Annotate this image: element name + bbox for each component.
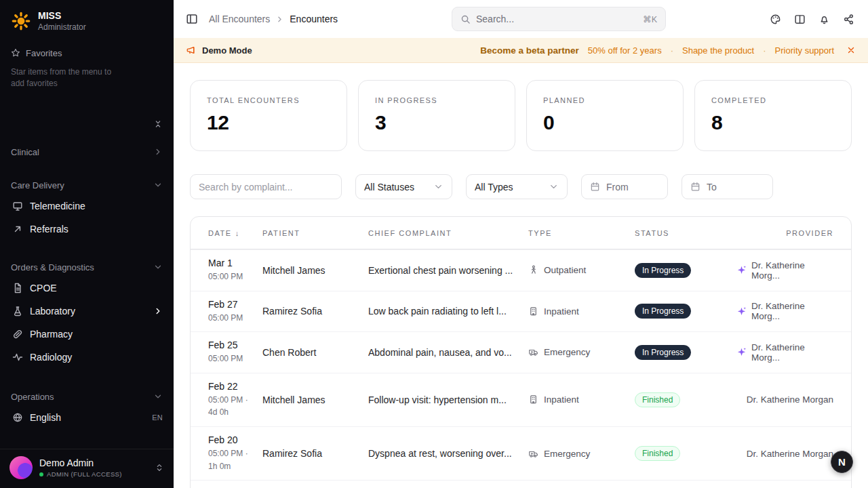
perk-separator: · [763, 45, 766, 56]
breadcrumb-link[interactable]: All Encounters [209, 14, 270, 24]
perk-separator: · [671, 45, 673, 56]
search-shortcut: ⌘K [643, 14, 657, 24]
status-badge: In Progress [635, 263, 691, 278]
sidebar-item-label: CPOE [30, 283, 57, 293]
flask-icon [12, 306, 23, 317]
calendar-icon [590, 182, 600, 192]
provider-cell: Dr. Katherine Morgan [747, 394, 833, 405]
megaphone-icon [186, 45, 196, 56]
status-badge: In Progress [635, 345, 691, 360]
stat-card-in-progress: IN PROGRESS 3 [358, 80, 515, 151]
provider-name: Dr. Katherine Morg... [751, 301, 833, 321]
app-identity: MISS Administrator [38, 10, 86, 32]
table-row[interactable]: Feb 22 05:00 PM · 4d 0h Mitchell James F… [191, 373, 851, 426]
close-icon [846, 45, 856, 55]
chevron-down-icon [549, 182, 559, 192]
sidebar-item-radiology[interactable]: Radiology [0, 346, 174, 369]
status-badge: In Progress [635, 304, 691, 319]
chevron-down-icon [153, 180, 163, 190]
status-filter-select[interactable]: All Statuses [355, 174, 452, 199]
table-row[interactable]: Feb 20 05:00 PM · 1h 0m Ramirez Sofia Dy… [191, 426, 851, 480]
globe-icon [12, 412, 23, 423]
column-header-complaint[interactable]: CHIEF COMPLAINT [368, 229, 528, 237]
notifications-button[interactable] [818, 14, 830, 25]
encounters-table: DATE↓ PATIENT CHIEF COMPLAINT TYPE STATU… [190, 216, 852, 488]
date-to-picker[interactable]: To [682, 174, 773, 199]
column-header-type[interactable]: TYPE [528, 229, 635, 237]
sidebar-group-orders-diagnostics[interactable]: Orders & Diagnostics [0, 258, 174, 277]
sidebar-group-clinical[interactable]: Clinical [0, 143, 174, 161]
stat-card-completed: COMPLETED 8 [694, 80, 852, 151]
status-filter-value: All Statuses [364, 182, 414, 192]
sidebar-item-pharmacy[interactable]: Pharmacy [0, 323, 174, 346]
sidebar-group-care-delivery[interactable]: Care Delivery [0, 176, 174, 195]
banner-perk: Priority support [775, 45, 834, 56]
encounter-type: Inpatient [528, 394, 635, 405]
sidebar-item-telemedicine[interactable]: Telemedicine [0, 195, 174, 218]
encounter-date: Feb 20 05:00 PM · 1h 0m [208, 434, 262, 472]
status-cell: In Progress [635, 304, 736, 319]
online-status-dot [39, 472, 43, 476]
pill-icon [12, 329, 23, 340]
table-row[interactable]: Feb 25 05:00 PM Chen Robert Abdominal pa… [191, 331, 851, 373]
global-search[interactable]: ⌘K [452, 7, 666, 31]
patient-name: Chen Robert [262, 347, 368, 358]
stat-label: COMPLETED [711, 96, 835, 104]
sidebar: MISS Administrator Favorites Star items … [0, 0, 174, 488]
table-row[interactable]: Feb 27 05:00 PM Ramirez Sofia Low back p… [191, 291, 851, 332]
search-input[interactable] [476, 14, 637, 24]
encounter-type: Emergency [528, 449, 635, 459]
user-name: Demo Admin [39, 458, 122, 468]
date-to-label: To [707, 182, 717, 192]
chief-complaint: Exertional chest pain worsening ... [368, 265, 528, 276]
share-button[interactable] [843, 14, 854, 25]
banner-title: Demo Mode [202, 45, 252, 56]
sidebar-item-language[interactable]: English EN [0, 406, 174, 429]
column-header-date[interactable]: DATE↓ [208, 229, 262, 237]
stats-cards: TOTAL ENCOUNTERS 12 IN PROGRESS 3 PLANNE… [190, 80, 852, 151]
status-cell: Finished [635, 392, 736, 407]
type-filter-select[interactable]: All Types [466, 174, 568, 199]
stat-label: PLANNED [543, 96, 667, 104]
chief-complaint: Dyspnea at rest, worsening over... [368, 448, 528, 459]
sidebar-group-operations[interactable]: Operations [0, 388, 174, 406]
theme-button[interactable] [770, 14, 781, 25]
patient-name: Ramirez Sofia [262, 306, 368, 317]
calendar-icon [690, 182, 701, 192]
sidebar-item-laboratory[interactable]: Laboratory [0, 300, 174, 323]
provider-name: Dr. Katherine Morgan [747, 394, 833, 405]
complaint-search-input[interactable] [190, 174, 342, 199]
sidebar-item-label: English [30, 412, 61, 423]
group-label: Operations [11, 392, 54, 402]
star-icon [11, 48, 20, 58]
ai-sparkle-icon [736, 347, 747, 357]
sidebar-toggle-button[interactable] [186, 13, 198, 25]
sidebar-item-referrals[interactable]: Referrals [0, 218, 174, 241]
provider-name: Dr. Katherine Morg... [751, 342, 833, 363]
table-header-row: DATE↓ PATIENT CHIEF COMPLAINT TYPE STATU… [191, 217, 851, 249]
table-row[interactable]: Mar 1 05:00 PM Mitchell James Exertional… [191, 249, 851, 291]
patient-name: Ramirez Sofia [262, 448, 368, 459]
table-row-partial [191, 480, 851, 488]
user-menu[interactable]: Demo Admin ADMIN (FULL ACCESS) [0, 449, 174, 488]
beta-partner-link[interactable]: Become a beta partner [480, 45, 579, 56]
user-role: ADMIN (FULL ACCESS) [47, 470, 122, 478]
stat-value: 8 [711, 110, 835, 135]
status-cell: In Progress [635, 345, 736, 360]
banner-close-button[interactable] [846, 45, 856, 55]
group-label: Care Delivery [11, 180, 64, 190]
layout-columns-button[interactable] [794, 14, 806, 25]
app-subtitle: Administrator [38, 22, 86, 32]
collapse-sections-icon[interactable] [153, 119, 163, 129]
patient-name: Mitchell James [262, 394, 368, 405]
sidebar-item-cpoe[interactable]: CPOE [0, 277, 174, 300]
column-header-patient[interactable]: PATIENT [262, 229, 368, 237]
column-header-status[interactable]: STATUS [635, 229, 736, 237]
column-header-provider[interactable]: PROVIDER [786, 229, 833, 237]
inpatient-icon [528, 394, 538, 405]
favorites-empty-text: Star items from the menu to add favorite… [11, 66, 121, 90]
encounter-type: Outpatient [528, 265, 635, 275]
floating-n-button[interactable]: N [831, 451, 853, 473]
chevron-down-icon [433, 182, 443, 192]
date-from-picker[interactable]: From [581, 174, 668, 199]
